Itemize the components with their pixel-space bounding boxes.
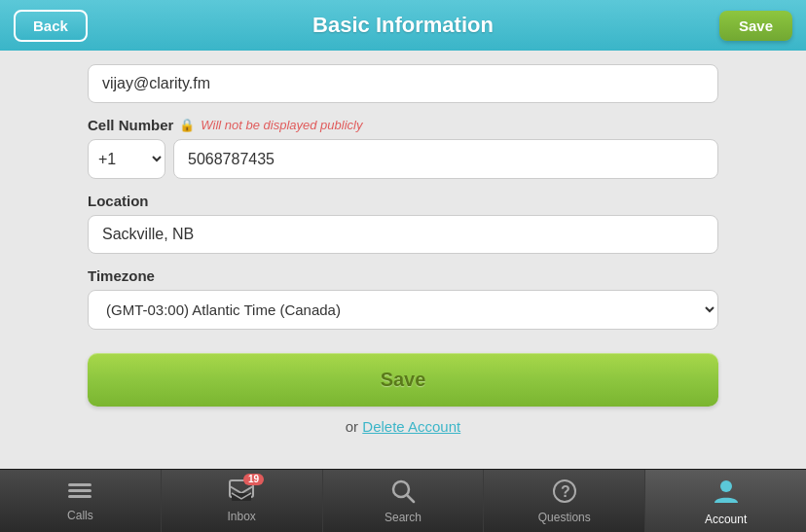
svg-point-9 (720, 480, 732, 492)
cell-number-row: +1 (88, 139, 718, 179)
lock-icon: 🔒 (179, 118, 195, 132)
save-button-top[interactable]: Save (719, 11, 792, 41)
tab-account[interactable]: Account (645, 470, 806, 532)
tab-search[interactable]: Search (323, 470, 485, 532)
svg-rect-0 (68, 483, 92, 486)
save-button-main[interactable]: Save (88, 353, 718, 407)
back-button[interactable]: Back (14, 10, 88, 42)
inbox-label: Inbox (228, 510, 256, 523)
timezone-label: Timezone (88, 267, 718, 284)
header: Back Basic Information Save (0, 0, 806, 51)
inbox-badge: 19 (243, 474, 264, 485)
delete-prefix: or (346, 418, 363, 435)
questions-icon: ? (552, 479, 577, 508)
timezone-field-group: Timezone (GMT-03:00) Atlantic Time (Cana… (88, 267, 718, 330)
account-icon (712, 477, 741, 510)
cell-number-field-group: Cell Number 🔒 Will not be displayed publ… (88, 117, 718, 179)
location-label: Location (88, 193, 718, 209)
delete-account-row: or Delete Account (88, 418, 718, 435)
calls-label: Calls (67, 509, 93, 522)
email-input[interactable] (88, 64, 718, 103)
search-icon (390, 479, 416, 508)
country-code-select[interactable]: +1 (88, 139, 165, 179)
svg-line-6 (407, 495, 414, 502)
tab-questions[interactable]: ? Questions (484, 470, 645, 532)
tab-inbox[interactable]: 19 Inbox (162, 470, 323, 532)
svg-rect-1 (68, 489, 92, 492)
tab-calls[interactable]: Calls (0, 470, 162, 532)
page-title: Basic Information (312, 13, 494, 38)
svg-rect-2 (68, 495, 92, 498)
privacy-note: Will not be displayed publicly (201, 118, 362, 132)
email-field-group (88, 64, 718, 103)
delete-account-link[interactable]: Delete Account (362, 418, 460, 435)
svg-text:?: ? (561, 483, 570, 500)
cell-number-label: Cell Number 🔒 Will not be displayed publ… (88, 117, 718, 133)
account-label: Account (705, 513, 747, 526)
tab-bar: Calls 19 Inbox Search ? (0, 469, 806, 532)
questions-label: Questions (538, 511, 591, 524)
location-input[interactable] (88, 215, 718, 254)
location-field-group: Location (88, 193, 718, 254)
inbox-icon: 19 (229, 479, 254, 507)
search-label: Search (385, 511, 421, 524)
timezone-select[interactable]: (GMT-03:00) Atlantic Time (Canada) (88, 290, 718, 330)
main-content: Cell Number 🔒 Will not be displayed publ… (0, 51, 806, 469)
phone-input[interactable] (173, 139, 718, 179)
calls-icon (67, 480, 92, 506)
